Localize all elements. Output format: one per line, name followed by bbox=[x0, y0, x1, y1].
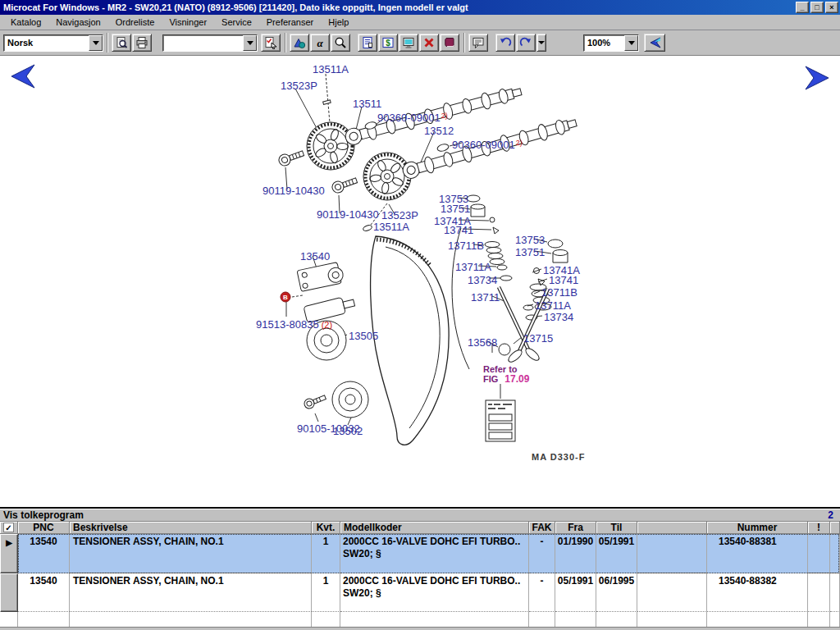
table-row[interactable]: ▶13540TENSIONER ASSY, CHAIN, NO.112000CC… bbox=[0, 534, 840, 573]
part-label-13505[interactable]: 13505 bbox=[349, 331, 378, 341]
chevron-down-icon[interactable] bbox=[243, 35, 257, 51]
part-label-13734[interactable]: 13734 bbox=[468, 275, 497, 285]
part-label-13711a[interactable]: 13711A bbox=[455, 262, 491, 272]
part-label-13711a[interactable]: 13711A bbox=[535, 300, 571, 311]
screen-button[interactable] bbox=[399, 34, 418, 52]
column-header-nummer[interactable]: Nummer bbox=[707, 522, 808, 534]
part-label-90119-10430[interactable]: 90119-10430 bbox=[317, 209, 379, 220]
part-label-13751[interactable]: 13751 bbox=[441, 203, 470, 214]
back-button[interactable] bbox=[644, 34, 665, 52]
callout-b-marker: B bbox=[281, 292, 290, 302]
panel-title: Vis tolkeprogram bbox=[3, 509, 84, 521]
part-label-13711[interactable]: 13711 bbox=[471, 292, 500, 303]
price-button[interactable]: $ bbox=[378, 34, 398, 52]
note-button[interactable] bbox=[468, 34, 488, 52]
parts-list-icon bbox=[361, 36, 374, 49]
chevron-down-icon[interactable] bbox=[624, 35, 638, 51]
zoom-combobox[interactable]: 100% bbox=[583, 34, 639, 52]
cell: 05/1991 bbox=[555, 573, 596, 612]
print-preview-button[interactable] bbox=[112, 34, 131, 52]
column-header-til[interactable]: Til bbox=[596, 522, 637, 534]
table-row[interactable]: 13540TENSIONER ASSY, CHAIN, NO.112000CC … bbox=[0, 573, 840, 612]
part-label-90119-10430[interactable]: 90119-10430 bbox=[262, 185, 325, 196]
part-label-13753[interactable]: 13753 bbox=[515, 235, 545, 245]
menu-hjelp[interactable]: Hjelp bbox=[321, 16, 356, 29]
menu-ordreliste[interactable]: Ordreliste bbox=[108, 16, 162, 29]
part-label-90360-09001[interactable]: 90360-090012) bbox=[377, 111, 448, 123]
window-title: Microcat For Windows - MR2 - SW20,21 (NA… bbox=[3, 2, 794, 12]
cell: 2000CC 16-VALVE DOHC EFI TURBO..SW20; § bbox=[340, 534, 529, 573]
next-page-arrow[interactable] bbox=[804, 64, 832, 92]
redo-dropdown-button[interactable] bbox=[536, 34, 546, 52]
screen-icon bbox=[402, 36, 415, 49]
row-selector[interactable]: ▶ bbox=[0, 534, 18, 573]
part-label-13512[interactable]: 13512 bbox=[424, 126, 454, 136]
column-header-kvt[interactable]: Kvt. bbox=[312, 522, 340, 534]
part-label-13511a[interactable]: 13511A bbox=[313, 64, 349, 75]
column-header-fak[interactable]: FAK bbox=[529, 522, 555, 534]
menu-preferanser[interactable]: Preferanser bbox=[259, 16, 321, 29]
column-header-blank[interactable]: ✓ bbox=[0, 522, 18, 534]
parts-list-button[interactable] bbox=[358, 34, 377, 52]
chevron-down-icon[interactable] bbox=[89, 35, 103, 51]
part-label-13711b[interactable]: 13711B bbox=[541, 287, 578, 298]
part-label-13511a[interactable]: 13511A bbox=[373, 221, 409, 232]
part-label-90360-09001[interactable]: 90360-090012) bbox=[452, 138, 523, 150]
part-label-13523p[interactable]: 13523P bbox=[381, 210, 418, 221]
graphics-index-button[interactable] bbox=[290, 34, 309, 52]
figure-number: 17.09 bbox=[504, 373, 529, 385]
delete-button[interactable] bbox=[419, 34, 439, 52]
app-window: Microcat For Windows - MR2 - SW20,21 (NA… bbox=[0, 0, 840, 630]
menu-bar: KatalogNavigasjonOrdrelisteVisningerServ… bbox=[0, 15, 840, 30]
column-header-modellkoder[interactable]: Modellkoder bbox=[340, 522, 529, 534]
part-label-13511[interactable]: 13511 bbox=[353, 98, 381, 109]
previous-page-arrow[interactable] bbox=[8, 62, 36, 90]
part-label-13715[interactable]: 13715 bbox=[523, 333, 553, 344]
note-icon bbox=[472, 36, 485, 49]
redo-button[interactable] bbox=[516, 34, 536, 52]
close-button[interactable]: × bbox=[825, 2, 838, 13]
cell: 01/1990 bbox=[555, 534, 596, 573]
undo-icon bbox=[499, 36, 512, 49]
book-button[interactable] bbox=[440, 34, 459, 52]
empty-cell bbox=[596, 612, 637, 627]
maximize-button[interactable]: □ bbox=[810, 2, 824, 13]
zoom-tool-button[interactable] bbox=[331, 34, 350, 52]
column-header-blank[interactable] bbox=[637, 522, 707, 534]
empty-cell bbox=[637, 612, 707, 627]
part-label-91513-80835[interactable]: 91513-80835(2) bbox=[256, 319, 332, 331]
interpret-button[interactable] bbox=[261, 34, 281, 52]
part-label-13751[interactable]: 13751 bbox=[515, 247, 545, 258]
book-icon bbox=[443, 36, 456, 49]
select-all-checkbox[interactable]: ✓ bbox=[3, 523, 14, 532]
menu-katalog[interactable]: Katalog bbox=[3, 16, 48, 29]
alpha-index-button[interactable]: α bbox=[310, 34, 330, 52]
column-header-beskrivelse[interactable]: Beskrivelse bbox=[70, 522, 312, 534]
part-label-13502[interactable]: 13502 bbox=[333, 426, 363, 436]
part-label-13711b[interactable]: 13711B bbox=[448, 240, 484, 251]
column-header-[interactable]: ! bbox=[808, 522, 830, 534]
cell bbox=[637, 573, 707, 612]
column-header-blank[interactable] bbox=[830, 522, 840, 534]
part-label-13540[interactable]: 13540 bbox=[300, 251, 330, 262]
column-header-pnc[interactable]: PNC bbox=[18, 522, 70, 534]
part-label-13741[interactable]: 13741 bbox=[444, 225, 473, 235]
part-label-13523p[interactable]: 13523P bbox=[281, 80, 317, 91]
menu-service[interactable]: Service bbox=[214, 16, 259, 29]
part-label-13741[interactable]: 13741 bbox=[549, 275, 578, 285]
row-selector[interactable] bbox=[0, 573, 18, 612]
menu-navigasjon[interactable]: Navigasjon bbox=[48, 16, 107, 29]
minimize-button[interactable]: _ bbox=[796, 2, 809, 13]
cell: 2000CC 16-VALVE DOHC EFI TURBO..SW20; § bbox=[340, 573, 529, 612]
menu-visninger[interactable]: Visninger bbox=[162, 16, 214, 29]
cell: TENSIONER ASSY, CHAIN, NO.1 bbox=[70, 573, 312, 612]
quick-search-combobox[interactable] bbox=[162, 34, 258, 52]
cell bbox=[830, 573, 840, 612]
print-button[interactable] bbox=[132, 34, 152, 52]
language-combobox[interactable]: Norsk bbox=[3, 34, 103, 52]
part-label-13568[interactable]: 13568 bbox=[468, 337, 497, 348]
column-header-fra[interactable]: Fra bbox=[555, 522, 596, 534]
interpret-icon bbox=[264, 36, 277, 49]
undo-button[interactable] bbox=[495, 34, 515, 52]
part-label-13734[interactable]: 13734 bbox=[544, 312, 573, 322]
